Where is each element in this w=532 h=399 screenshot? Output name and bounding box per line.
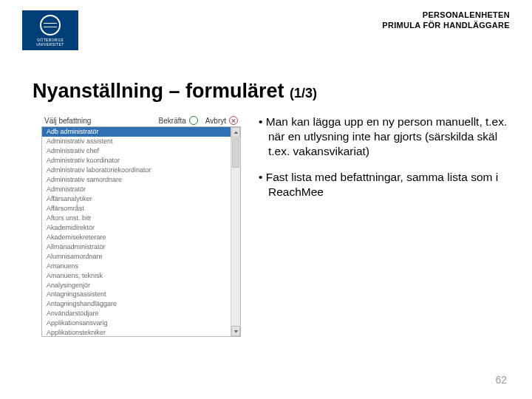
title-main: Nyanställning – formuläret	[33, 80, 290, 102]
list-item[interactable]: Akademidirektör	[42, 223, 240, 233]
list-item[interactable]: Alumnisamordnare	[42, 252, 240, 262]
list-item[interactable]: Administrativ koordinator	[42, 156, 240, 166]
refresh-icon	[189, 116, 198, 125]
university-logo: GÖTEBORGS UNIVERSITET	[22, 10, 78, 50]
list-item[interactable]: Applikationsansvarig	[42, 318, 240, 328]
form-screenshot: Välj befattning Bekräfta Avbryt Adb admi…	[41, 115, 241, 337]
scroll-up-button[interactable]	[231, 127, 240, 137]
list-item[interactable]: Antagningshandläggare	[42, 299, 240, 309]
list-item[interactable]: Amanuens, teknisk	[42, 271, 240, 281]
scrollbar[interactable]	[231, 127, 240, 336]
list-item[interactable]: Adb administratör	[42, 127, 240, 137]
cancel-icon	[229, 116, 238, 125]
dept-line: PERSONALENHETEN	[382, 10, 510, 21]
list-item[interactable]: Administrativ assistent	[42, 137, 240, 146]
list-item[interactable]: Administratör	[42, 185, 240, 194]
list-item[interactable]: Användarstödjare	[42, 309, 240, 318]
bullet-1: • Man kan lägga upp en ny person manuell…	[259, 115, 510, 158]
bullet-2: • Fast lista med befattningar, samma lis…	[259, 170, 510, 200]
page-number: 62	[495, 374, 507, 386]
title-sub: (1/3)	[290, 86, 317, 100]
role-listbox[interactable]: Adb administratörAdministrativ assistent…	[41, 126, 241, 337]
list-item[interactable]: Allmänadministratör	[42, 242, 240, 252]
cancel-action[interactable]: Avbryt	[205, 116, 238, 125]
list-item[interactable]: Amanuens	[42, 262, 240, 271]
list-item[interactable]: Affärsområst	[42, 204, 240, 214]
field-label: Välj befattning	[44, 117, 91, 125]
confirm-action[interactable]: Bekräfta	[159, 116, 198, 125]
list-item[interactable]: Administrativ laboratoriekoordinator	[42, 166, 240, 175]
logo-line2: UNIVERSITET	[36, 42, 64, 47]
header-right: PERSONALENHETEN PRIMULA FÖR HANDLÄGGARE	[382, 10, 510, 31]
subtitle-line: PRIMULA FÖR HANDLÄGGARE	[382, 21, 510, 31]
list-item[interactable]: Analysingenjör	[42, 281, 240, 290]
seal-icon	[40, 15, 61, 35]
cancel-label: Avbryt	[205, 117, 226, 125]
scroll-thumb[interactable]	[232, 138, 239, 168]
list-item[interactable]: Akademisekreterare	[42, 233, 240, 242]
list-item[interactable]: Aftors unst. bitr	[42, 214, 240, 223]
list-item[interactable]: Applikationstekniker	[42, 328, 240, 337]
list-item[interactable]: Administrativ chef	[42, 146, 240, 156]
slide-title: Nyanställning – formuläret (1/3)	[0, 55, 532, 110]
bullet-list: • Man kan lägga upp en ny person manuell…	[259, 115, 510, 337]
list-item[interactable]: Administrativ samordnare	[42, 175, 240, 185]
list-item[interactable]: Affärsanalytiker	[42, 194, 240, 204]
slide-header: GÖTEBORGS UNIVERSITET PERSONALENHETEN PR…	[0, 0, 532, 55]
list-item[interactable]: Antagningsassistent	[42, 290, 240, 299]
confirm-label: Bekräfta	[159, 117, 186, 125]
scroll-down-button[interactable]	[231, 326, 240, 336]
